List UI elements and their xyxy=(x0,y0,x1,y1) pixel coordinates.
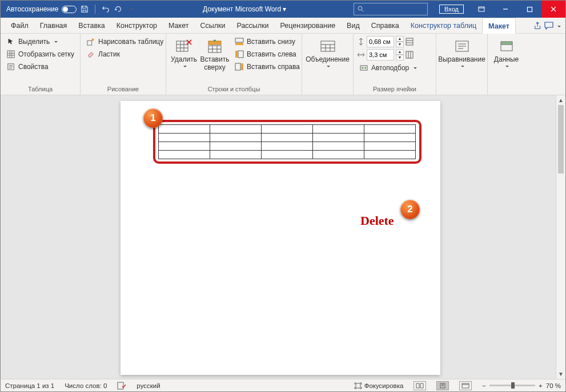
svg-rect-32 xyxy=(238,51,243,58)
toggle-switch-icon xyxy=(62,6,77,13)
row-height-input[interactable] xyxy=(367,36,394,47)
data-button[interactable]: Данные xyxy=(491,36,521,91)
redo-icon[interactable] xyxy=(114,5,123,14)
insert-right-button[interactable]: Вставить справа xyxy=(232,61,302,72)
maximize-button[interactable] xyxy=(517,1,541,18)
zoom-in-button[interactable]: + xyxy=(539,382,543,389)
insert-above-button[interactable]: Вставить сверху xyxy=(200,36,229,84)
tab-home[interactable]: Главная xyxy=(34,18,73,34)
scroll-thumb[interactable] xyxy=(558,105,564,173)
vertical-scrollbar[interactable]: ▲ ▼ xyxy=(556,95,565,379)
properties-button[interactable]: Свойства xyxy=(4,61,77,72)
svg-rect-34 xyxy=(235,63,240,70)
svg-rect-33 xyxy=(235,51,238,58)
autosave-toggle[interactable]: Автосохранение xyxy=(6,5,77,13)
group-label: Таблица xyxy=(4,84,77,95)
word-count[interactable]: Число слов: 0 xyxy=(65,382,107,389)
group-label xyxy=(440,91,484,95)
save-icon[interactable] xyxy=(80,5,89,14)
group-alignment: Выравнивание xyxy=(436,34,488,95)
cursor-icon xyxy=(6,37,15,46)
insert-right-icon xyxy=(235,62,244,71)
collapse-ribbon-icon[interactable] xyxy=(556,22,561,30)
autofit-button[interactable]: Автоподбор xyxy=(357,62,419,74)
svg-rect-35 xyxy=(241,63,243,70)
focus-icon xyxy=(354,382,362,389)
svg-line-1 xyxy=(362,10,364,12)
width-up[interactable]: ▲ xyxy=(396,49,404,55)
svg-rect-30 xyxy=(235,38,243,42)
comments-icon[interactable] xyxy=(544,22,553,30)
tab-table-design[interactable]: Конструктор таблиц xyxy=(405,18,482,34)
focus-mode[interactable]: Фокусировка xyxy=(354,382,404,389)
tab-view[interactable]: Вид xyxy=(341,18,366,34)
zoom-out-button[interactable]: − xyxy=(482,382,486,389)
delete-table-icon xyxy=(175,38,193,54)
close-button[interactable] xyxy=(541,1,565,18)
alignment-button[interactable]: Выравнивание xyxy=(440,36,484,91)
scroll-down-icon[interactable]: ▼ xyxy=(556,369,565,379)
undo-icon[interactable] xyxy=(101,5,110,14)
eraser-button[interactable]: Ластик xyxy=(84,49,166,60)
merge-button[interactable]: Объединение xyxy=(306,36,350,91)
insert-above-icon xyxy=(206,38,224,54)
read-mode-button[interactable] xyxy=(414,381,426,390)
svg-point-0 xyxy=(358,6,362,10)
insert-left-button[interactable]: Вставить слева xyxy=(232,49,302,60)
svg-rect-31 xyxy=(235,43,243,45)
group-rows-columns: Удалить Вставить сверху Вставить снизу В… xyxy=(166,34,302,95)
document-title[interactable]: Документ Microsoft Word ▾ xyxy=(135,5,354,13)
col-width-field[interactable]: ▲▼ xyxy=(357,49,419,60)
grid-icon xyxy=(6,50,15,59)
delete-button[interactable]: Удалить xyxy=(170,36,198,84)
print-layout-button[interactable] xyxy=(436,381,449,390)
language-indicator[interactable]: русский xyxy=(137,382,160,389)
tab-references[interactable]: Ссылки xyxy=(194,18,231,34)
tab-design[interactable]: Конструктор xyxy=(111,18,163,34)
height-up[interactable]: ▲ xyxy=(396,36,404,42)
height-down[interactable]: ▼ xyxy=(396,42,404,47)
group-label xyxy=(491,91,521,95)
signin-button[interactable]: Вход xyxy=(439,5,464,14)
zoom-slider[interactable] xyxy=(489,385,535,386)
tab-help[interactable]: Справка xyxy=(366,18,405,34)
insert-below-button[interactable]: Вставить снизу xyxy=(232,36,302,47)
tab-mailings[interactable]: Рассылки xyxy=(231,18,274,34)
spellcheck-icon[interactable] xyxy=(117,382,126,390)
select-button[interactable]: Выделить xyxy=(4,36,77,47)
view-gridlines-button[interactable]: Отобразить сетку xyxy=(4,49,77,60)
scroll-up-icon[interactable]: ▲ xyxy=(556,95,565,105)
tab-file[interactable]: Файл xyxy=(5,18,34,34)
draw-table-button[interactable]: Нарисовать таблицу xyxy=(84,36,166,47)
merge-icon xyxy=(319,38,337,54)
share-icon[interactable] xyxy=(534,22,542,30)
tab-insert[interactable]: Вставка xyxy=(73,18,110,34)
pencil-icon xyxy=(86,37,95,46)
svg-rect-5 xyxy=(527,7,532,11)
page-indicator[interactable]: Страница 1 из 1 xyxy=(5,382,54,389)
width-down[interactable]: ▼ xyxy=(396,55,404,60)
col-width-input[interactable] xyxy=(367,49,394,60)
ribbon-display-icon[interactable] xyxy=(469,1,493,18)
zoom-control[interactable]: − + 70 % xyxy=(482,382,561,389)
group-data: Данные xyxy=(488,34,525,95)
search-box[interactable] xyxy=(354,3,428,15)
distribute-cols-icon[interactable] xyxy=(406,51,414,59)
row-height-field[interactable]: ▲▼ xyxy=(357,36,419,47)
tab-layout[interactable]: Макет xyxy=(163,18,194,34)
autofit-icon xyxy=(359,63,368,72)
insert-left-icon xyxy=(235,50,244,59)
group-merge: Объединение xyxy=(302,34,354,95)
width-icon xyxy=(357,51,365,59)
distribute-rows-icon[interactable] xyxy=(406,38,414,46)
qat-more-icon[interactable] xyxy=(126,5,135,14)
group-cell-size: ▲▼ ▲▼ Автоподбор Размер ячейки xyxy=(354,34,436,95)
zoom-level[interactable]: 70 % xyxy=(546,382,561,389)
document-area: 1 Delete 2 ▲ ▼ xyxy=(1,95,565,379)
web-layout-button[interactable] xyxy=(459,381,472,390)
tab-table-layout[interactable]: Макет xyxy=(482,18,516,34)
tab-review[interactable]: Рецензирование xyxy=(275,18,342,34)
minimize-button[interactable] xyxy=(493,1,517,18)
ribbon: Выделить Отобразить сетку Свойства Табли… xyxy=(1,34,565,95)
eraser-icon xyxy=(86,50,95,59)
